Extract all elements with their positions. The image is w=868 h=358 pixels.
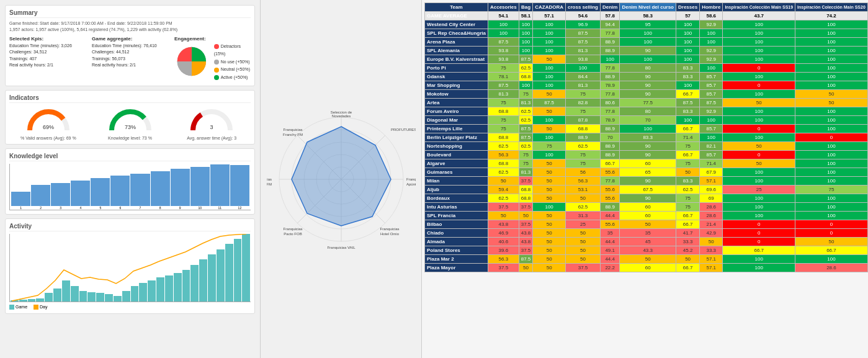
game-aggregate-items: Education Time (minutes): 76,410 Challen…: [92, 43, 168, 69]
svg-marker-17: [292, 127, 391, 226]
team-name: Guimaraes: [425, 168, 488, 177]
team-name: Printemps Lille: [425, 125, 488, 133]
summary-section: Summary Game finished: Start date: 9/17/…: [5, 5, 255, 86]
team-name: Plaza Mar 2: [425, 255, 488, 264]
team-name: Gdansk: [425, 73, 488, 81]
team-name: Almada: [425, 238, 488, 246]
team-name: Aljub: [425, 186, 488, 194]
col-team: Team: [425, 3, 488, 12]
table-row: Aljub59.468.85053.155.667.562.569.625750…: [425, 186, 869, 194]
team-name: Westend City Center: [425, 20, 488, 29]
table-row: Diagonal Mar7562.510087.878.970100100100…: [425, 116, 869, 125]
radar-chart: Seleccion de Novedades PROFUTURES Franqu…: [267, 105, 416, 254]
team-name: Arena Plaza: [425, 38, 488, 47]
svg-text:69%: 69%: [43, 124, 54, 130]
team-name: Milan: [425, 177, 488, 186]
indicators-section: Indicators 69% % Valid answers (Avg): 69…: [5, 90, 255, 145]
selected-kpi-items: Education Time (minutes): 3,026 Challeng…: [9, 43, 86, 69]
col-dresses: Dresses: [676, 3, 700, 12]
col-cross-selling: cross selling: [566, 3, 601, 12]
summary-line1: Game finished: Start date: 9/17/2018 7:0…: [9, 20, 251, 27]
table-row: Norteshopping62.562.57562.588.9907582.15…: [425, 142, 869, 151]
table-row: Artea7581.387.582.880.677.587.587.550507…: [425, 99, 869, 107]
team-name: SPL Alemania: [425, 47, 488, 55]
knowledge-level-section: Knowledge level 1 2 3 4 5 6 7: [5, 148, 255, 215]
table-row: Berlin Leipziger Platz68.887.510088.9708…: [425, 133, 869, 142]
team-name: Artea: [425, 99, 488, 107]
table-row: Intu Asturias37.537.510062.588.9607528.6…: [425, 203, 869, 212]
team-name: Porto Pi: [425, 64, 488, 73]
col-hombre: Hombre: [700, 3, 723, 12]
table-row: Gdansk78.168.810084.488.99083.385.710010…: [425, 73, 869, 81]
team-name: Norteshopping: [425, 142, 488, 151]
team-name: Diagonal Mar: [425, 116, 488, 125]
team-name: Mar Shopping: [425, 81, 488, 90]
svg-text:Franquicias: Franquicias: [267, 177, 272, 181]
gauge-3: 3: [187, 105, 236, 133]
team-name: Forum Aveiro: [425, 107, 488, 116]
table-row: SPL Rep Checa&Hungria10010010087.577.810…: [425, 29, 869, 38]
knowledge-bar-chart: 1 2 3 4 5 6 7 8 9: [9, 164, 251, 210]
activity-chart: [9, 234, 251, 302]
team-name: Plaza Mayor: [425, 264, 488, 272]
left-panel: Summary Game finished: Start date: 9/17/…: [0, 0, 261, 358]
team-name: Chiado: [425, 229, 488, 238]
team-name: SPL Rep Checa&Hungria: [425, 29, 488, 38]
col-denim-nivel: Denim Nivel del curso: [620, 3, 676, 12]
pie-chart: [174, 43, 209, 80]
table-row: Plaza Mayor37.5505037.522.26066.757.1100…: [425, 264, 869, 272]
indicator-valid-answers: 69% % Valid answers (Avg): 69 %: [9, 105, 87, 140]
team-name: Berlin Leipziger Platz: [425, 133, 488, 142]
table-row: Mar Shopping87.510010081.378.99010085.70…: [425, 81, 869, 90]
table-row: SPL Alemania93.810010081.388.99010092.91…: [425, 47, 869, 55]
svg-text:Franquicias: Franquicias: [283, 227, 302, 231]
svg-text:PROFUTURES: PROFUTURES: [391, 128, 416, 132]
team-name: Europe B.V. Kalverstraat: [425, 55, 488, 64]
activity-bars-container: [10, 234, 251, 302]
activity-legend: Game Day: [9, 305, 251, 310]
indicator-knowledge: 73% Knowledge level: 73 %: [91, 105, 169, 140]
engagement-col: Engagement: Detractors (15%) No use (+50…: [174, 35, 251, 82]
game-avg-label: GAME AVERAGE: [425, 12, 488, 20]
col-denim: Denim: [600, 3, 619, 12]
table-row: Europe B.V. Kalverstraat93.887.55093.810…: [425, 55, 869, 64]
team-name: Algarve: [425, 159, 488, 168]
col-cazadora: CAZADORA: [533, 3, 566, 12]
summary-line2: 1,957 actors: 1,957 active (100%), 5,641…: [9, 27, 251, 33]
svg-text:Hotel Omio: Hotel Omio: [380, 232, 399, 236]
indicator-avg-answer: 3 Avg. answer time (Avg): 3: [172, 105, 251, 140]
team-name: Poland Stores: [425, 246, 488, 255]
table-row: Almada40.643.8505044.44533.350050000: [425, 238, 869, 246]
svg-text:Novedades: Novedades: [331, 114, 350, 118]
svg-text:Pacto FOB: Pacto FOB: [284, 232, 302, 236]
team-name: Bilbao: [425, 220, 488, 229]
indicators-title: Indicators: [9, 94, 251, 103]
gauge-2: 73%: [105, 105, 155, 133]
svg-text:3: 3: [210, 124, 213, 130]
game-average-row: GAME AVERAGE54.158.157.154.657.858.35758…: [425, 12, 869, 20]
table-row: Poland Stores39.637.5505049.143.345.233.…: [425, 246, 869, 255]
indicators-row: 69% % Valid answers (Avg): 69 % 73% Know…: [9, 105, 251, 140]
table-row: Guimaraes62.581.3505655.6655067.91001001…: [425, 168, 869, 177]
team-name: Intu Asturias: [425, 203, 488, 212]
gauge-1: 69%: [24, 105, 73, 133]
team-name: Boulevard: [425, 151, 488, 159]
table-row: Mokotow81.375507577.89066.785.7100501001…: [425, 90, 869, 99]
svg-text:73%: 73%: [124, 124, 135, 130]
team-name: SPL Francia: [425, 212, 488, 220]
activity-title: Activity: [9, 223, 251, 231]
svg-text:Apúntate: Apúntate: [406, 182, 416, 186]
table-row: Bilbao43.837.5502555.65066.721.400010010…: [425, 220, 869, 229]
table-row: Algarve68.875507566.7607571.450100501005…: [425, 159, 869, 168]
table-row: Arena Plaza87.510010087.588.910010010010…: [425, 38, 869, 47]
col-ss20: Inspiración Colección Main SS20: [795, 3, 868, 12]
table-row: Milan5037.55056.377.89083.357.1100100100…: [425, 177, 869, 186]
game-aggregate: Game aggregate: Education Time (minutes)…: [92, 35, 168, 82]
team-name: Mokotow: [425, 90, 488, 99]
table-row: SPL Francia50505031.344.46066.728.610010…: [425, 212, 869, 220]
right-panel[interactable]: Team Accesories Bag CAZADORA cross selli…: [422, 0, 868, 358]
col-bag: Bag: [519, 3, 533, 12]
col-ss19: Inspiración Colección Main SS19: [723, 3, 795, 12]
pie-legend: Detractors (15%) No use (+50%) Neutral (…: [214, 43, 251, 82]
svg-text:Franquicias: Franquicias: [283, 128, 302, 132]
